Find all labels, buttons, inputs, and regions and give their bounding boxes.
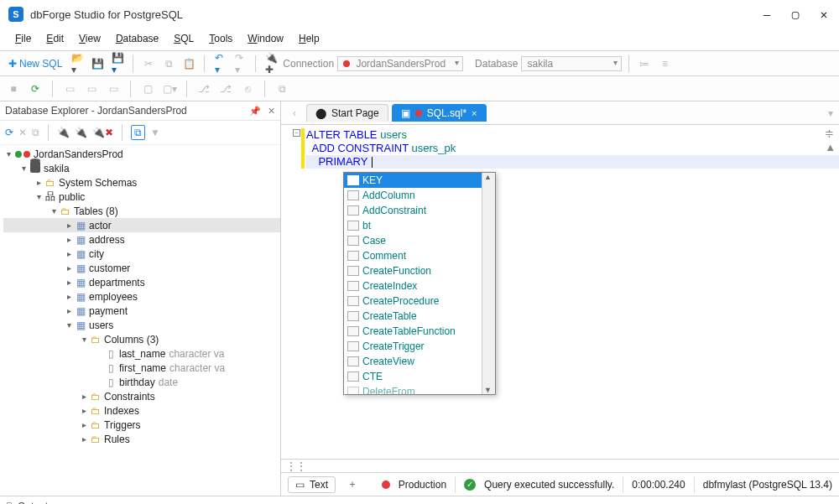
ac-item[interactable]: CreateView (344, 354, 482, 369)
explorer-tree[interactable]: ▾JordanSandersProd ▾sakila ▸🗀System Sche… (0, 145, 280, 496)
ac-item[interactable]: Case (344, 233, 482, 248)
schema-node[interactable]: public (59, 191, 85, 203)
fold-icon[interactable]: − (293, 129, 300, 137)
table-payment[interactable]: payment (89, 305, 128, 317)
align-button[interactable]: ≡ (656, 56, 673, 71)
connection-combo[interactable]: JordanSandersProd (337, 56, 463, 71)
window-title: dbForge Studio for PostgreSQL (30, 8, 760, 21)
tb-btn-1[interactable]: ▭ (61, 81, 78, 96)
new-connection-button[interactable]: 🔌✚ (263, 50, 279, 77)
cut-button[interactable]: ✂ (140, 56, 157, 71)
table-users[interactable]: users (89, 320, 113, 331)
ac-item[interactable]: CreateTableFunction (344, 324, 482, 339)
tab-start-page[interactable]: ⬤ Start Page (306, 104, 388, 122)
tb-btn-2[interactable]: ▭ (83, 81, 100, 96)
redo-button[interactable]: ↷ ▾ (232, 50, 248, 77)
indexes-node[interactable]: Indexes (104, 405, 139, 417)
refresh-button[interactable]: ⟳ (27, 81, 44, 96)
view-mode-button[interactable]: ⧉ (131, 125, 145, 140)
tab-sql[interactable]: ▣ SQL.sql* × (392, 104, 487, 122)
conn-node[interactable]: JordanSandersProd (34, 148, 123, 160)
ac-item[interactable]: bt (344, 218, 482, 233)
minimize-button[interactable]: — (760, 8, 774, 21)
text-view-button[interactable]: ▭ Text (288, 476, 336, 493)
triggers-node[interactable]: Triggers (104, 419, 141, 431)
menu-view[interactable]: View (72, 30, 107, 47)
ac-item[interactable]: AddColumn (344, 188, 482, 203)
menu-help[interactable]: Help (292, 30, 326, 47)
ac-item[interactable]: AddConstraint (344, 203, 482, 218)
tb-btn-4[interactable]: ▢ (139, 81, 156, 96)
col-last-name[interactable]: last_name (119, 348, 165, 360)
database-combo[interactable]: sakila (521, 56, 622, 71)
save-all-button[interactable]: 💾▾ (109, 50, 126, 77)
copy-button[interactable]: ⧉ (160, 56, 177, 71)
col-birthday[interactable]: birthday (119, 377, 155, 388)
filter-button[interactable]: ▼ (150, 127, 160, 138)
menu-window[interactable]: Window (241, 30, 290, 47)
undo-button[interactable]: ↶ ▾ (211, 50, 228, 77)
format-button[interactable]: ≔ (636, 56, 653, 71)
table-departments[interactable]: departments (89, 277, 145, 288)
ac-item[interactable]: DeleteFrom (344, 384, 482, 394)
ac-item[interactable]: CreateIndex (344, 278, 482, 294)
code-editor[interactable]: − ≑ ▲ ALTER TABLE users ADD CONSTRAINT u… (281, 125, 839, 459)
connect-button[interactable]: 🔌 (57, 127, 70, 138)
close-tab-icon[interactable]: × (472, 108, 477, 118)
remove-conn-button[interactable]: 🔌✖ (92, 127, 113, 138)
stop-button[interactable]: ■ (5, 81, 22, 96)
copy-node-button[interactable]: ⧉ (32, 127, 39, 138)
tb-btn-5[interactable]: ▢▾ (161, 81, 178, 96)
table-address[interactable]: address (89, 234, 125, 246)
tb-btn-6[interactable]: ⎇ (195, 81, 212, 96)
editor-splitter[interactable]: ⋮⋮ (281, 459, 839, 472)
ac-item[interactable]: CreateTable (344, 309, 482, 324)
rules-node[interactable]: Rules (104, 434, 130, 445)
new-sql-button[interactable]: ✚ New SQL (5, 56, 65, 71)
save-button[interactable]: 💾 (89, 56, 106, 71)
autocomplete-popup[interactable]: ≔KEY AddColumn AddConstraint bt Case Com… (343, 172, 496, 395)
menu-bar: File Edit View Database SQL Tools Window… (0, 29, 839, 51)
menu-sql[interactable]: SQL (167, 30, 201, 47)
split-handle-icon[interactable]: ≑ (825, 127, 836, 139)
table-employees[interactable]: employees (89, 291, 138, 303)
ac-item[interactable]: CreateFunction (344, 263, 482, 278)
menu-file[interactable]: File (8, 30, 38, 47)
constraints-node[interactable]: Constraints (104, 391, 155, 403)
ac-item[interactable]: CreateTrigger (344, 339, 482, 354)
autocomplete-scrollbar[interactable] (482, 173, 495, 394)
tb-btn-9[interactable]: ⧉ (274, 81, 290, 96)
columns-node[interactable]: Columns (3) (104, 334, 159, 346)
close-button[interactable]: ✕ (817, 8, 831, 21)
tb-btn-3[interactable]: ▭ (105, 81, 122, 96)
table-customer[interactable]: customer (89, 262, 130, 274)
tabs-overflow[interactable]: ▾ (822, 106, 839, 121)
scroll-up-icon[interactable]: ▲ (825, 141, 836, 153)
tables-node[interactable]: Tables (8) (74, 205, 118, 217)
paste-button[interactable]: 📋 (180, 56, 197, 71)
menu-edit[interactable]: Edit (39, 30, 70, 47)
ac-item-key[interactable]: ≔KEY (344, 173, 482, 188)
table-actor[interactable]: actor (89, 220, 112, 231)
tb-btn-8[interactable]: ⎋ (239, 81, 256, 96)
menu-database[interactable]: Database (109, 30, 165, 47)
delete-node-button[interactable]: ✕ (18, 127, 27, 138)
ac-item[interactable]: CTE (344, 369, 482, 384)
menu-tools[interactable]: Tools (202, 30, 239, 47)
close-panel-icon[interactable]: ✕ (268, 106, 275, 117)
tabs-nav-back[interactable]: ‹ (286, 106, 303, 121)
col-first-name[interactable]: first_name (119, 362, 166, 374)
maximize-button[interactable]: ▢ (789, 8, 802, 21)
ac-item[interactable]: Comment (344, 248, 482, 263)
tb-btn-7[interactable]: ⎇ (217, 81, 234, 96)
sys-schemas-node[interactable]: System Schemas (59, 177, 137, 189)
refresh-tree-button[interactable]: ⟳ (5, 127, 13, 138)
add-view-button[interactable]: ＋ (344, 475, 361, 493)
disconnect-button[interactable]: 🔌 (75, 127, 87, 138)
output-panel-header[interactable]: ⎘ Output (0, 496, 839, 504)
db-node[interactable]: sakila (44, 163, 70, 174)
table-city[interactable]: city (89, 248, 104, 260)
ac-item[interactable]: CreateProcedure (344, 294, 482, 309)
open-button[interactable]: 📂▾ (69, 50, 86, 77)
pin-icon[interactable]: 📌 (249, 106, 261, 117)
